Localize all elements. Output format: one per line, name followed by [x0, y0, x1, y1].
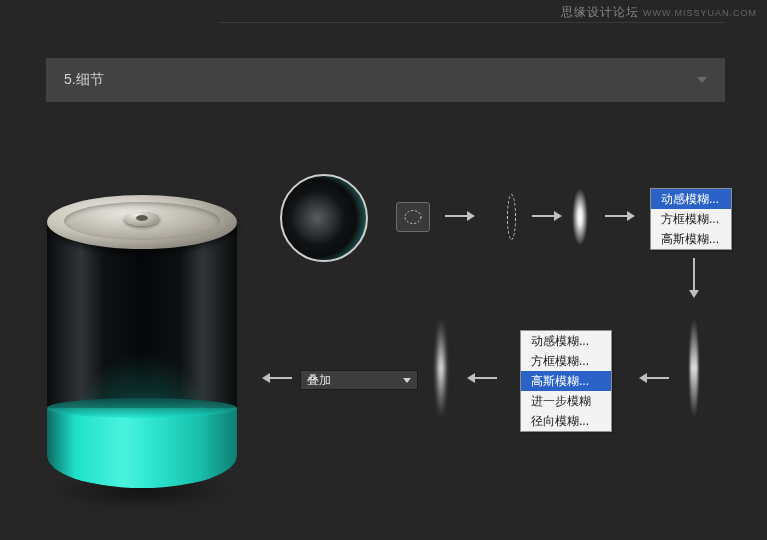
menu-item[interactable]: 高斯模糊...: [651, 229, 731, 249]
svg-marker-4: [554, 211, 562, 221]
section-title: 5.细节: [64, 71, 104, 89]
divider: [218, 22, 725, 23]
gaussian-blur-streak: [437, 318, 445, 418]
svg-marker-11: [467, 373, 475, 383]
elliptical-marquee-icon[interactable]: [396, 202, 430, 232]
menu-item[interactable]: 方框模糊...: [521, 351, 611, 371]
menu-item[interactable]: 高斯模糊...: [521, 371, 611, 391]
motion-blur-streak: [690, 318, 698, 418]
blur-menu-top[interactable]: 动感模糊... 方框模糊... 高斯模糊...: [650, 188, 732, 250]
svg-marker-9: [639, 373, 647, 383]
arrow-down-icon: [686, 258, 702, 298]
watermark-en: WWW.MISSYUAN.COM: [643, 8, 757, 18]
watermark-cn: 思缘设计论坛: [561, 5, 639, 19]
white-ellipse-fill: [572, 188, 588, 246]
menu-item[interactable]: 方框模糊...: [651, 209, 731, 229]
marquee-ellipse: [507, 194, 516, 240]
svg-marker-13: [262, 373, 270, 383]
svg-marker-6: [627, 211, 635, 221]
arrow-left-icon: [467, 370, 497, 386]
svg-marker-2: [467, 211, 475, 221]
section-header[interactable]: 5.细节: [46, 58, 725, 102]
arrow-right-icon: [532, 208, 562, 224]
dropdown-label: 叠加: [307, 372, 331, 389]
arrow-right-icon: [445, 208, 475, 224]
menu-item[interactable]: 动感模糊...: [521, 331, 611, 351]
menu-item[interactable]: 进一步模糊: [521, 391, 611, 411]
detail-circle: [280, 174, 368, 262]
chevron-down-icon: [697, 77, 707, 83]
svg-point-0: [405, 211, 421, 224]
watermark: 思缘设计论坛 WWW.MISSYUAN.COM: [561, 4, 757, 21]
arrow-right-icon: [605, 208, 635, 224]
arrow-left-icon: [262, 370, 292, 386]
arrow-left-icon: [639, 370, 669, 386]
menu-item[interactable]: 动感模糊...: [651, 189, 731, 209]
tutorial-stage: 动感模糊... 方框模糊... 高斯模糊... 动感模糊... 方框模糊... …: [0, 118, 767, 540]
blend-mode-dropdown[interactable]: 叠加: [300, 370, 418, 390]
battery-illustration: [42, 158, 242, 518]
menu-item[interactable]: 径向模糊...: [521, 411, 611, 431]
svg-marker-8: [689, 290, 699, 298]
blur-menu-bottom[interactable]: 动感模糊... 方框模糊... 高斯模糊... 进一步模糊 径向模糊...: [520, 330, 612, 432]
chevron-down-icon: [403, 378, 411, 383]
